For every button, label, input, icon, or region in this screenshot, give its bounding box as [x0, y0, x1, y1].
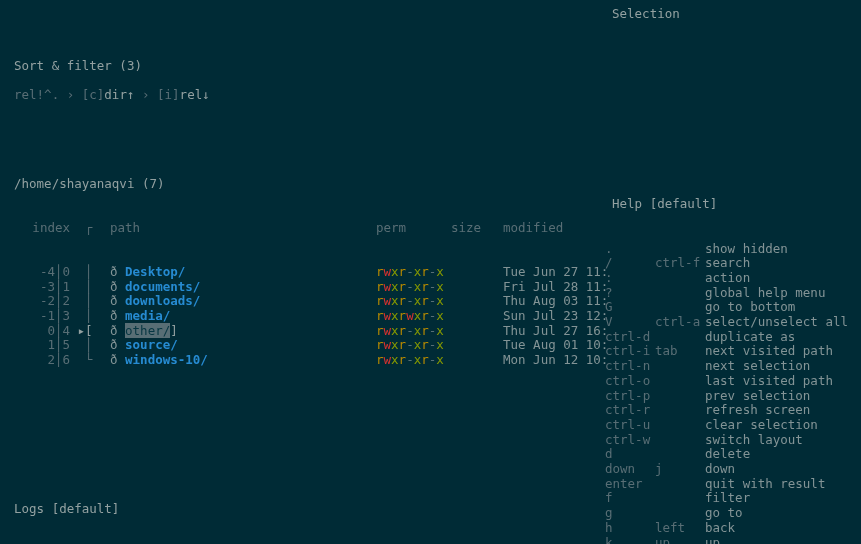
row-perm: rwxrwxr-x — [376, 309, 439, 324]
help-key-primary: ctrl-d — [605, 330, 655, 345]
help-key-primary: k — [605, 536, 655, 544]
help-key-primary: . — [605, 242, 655, 257]
help-row: ctrl-rrefresh screen — [605, 403, 855, 418]
row-path: ð windows-10/ — [110, 353, 376, 368]
help-description: go to — [705, 505, 743, 520]
row-modified: Thu Aug 03 11: — [503, 294, 608, 309]
arrow-up-icon — [127, 87, 135, 102]
help-key-primary: down — [605, 462, 655, 477]
help-key-primary: d — [605, 447, 655, 462]
tree-branch: └ — [70, 353, 110, 368]
help-key-primary: ctrl-r — [605, 403, 655, 418]
help-row: ffilter — [605, 491, 855, 506]
help-key-primary: V — [605, 315, 655, 330]
help-title: Help [default] — [605, 197, 855, 212]
tree-branch: │ — [70, 294, 110, 309]
tree-branch: │ — [70, 309, 110, 324]
selection-heading: Selection — [612, 7, 680, 22]
row-path: ð media/ — [110, 309, 376, 324]
help-description: delete — [705, 446, 750, 461]
help-key-primary: ctrl-u — [605, 418, 655, 433]
folder-icon: ð — [110, 264, 125, 279]
row-path: ð other/] — [110, 324, 376, 339]
row-modified: Thu Jul 27 16: — [503, 324, 608, 339]
help-row: enterquit with result — [605, 477, 855, 492]
help-key-primary: ctrl-n — [605, 359, 655, 374]
help-key-primary: ? — [605, 286, 655, 301]
help-row: ddelete — [605, 447, 855, 462]
help-key-primary: G — [605, 300, 655, 315]
help-panel: Help [default] .show hidden/ctrl-fsearch… — [605, 168, 855, 544]
help-row: ctrl-nnext selection — [605, 359, 855, 374]
help-key-secondary: ctrl-f — [655, 256, 705, 271]
row-modified: Tue Jun 27 11: — [503, 265, 608, 280]
row-index: 0│4 — [14, 324, 70, 339]
tree-branch: │ — [70, 338, 110, 353]
help-key-primary: h — [605, 521, 655, 536]
folder-icon: ð — [110, 337, 125, 352]
help-description: duplicate as — [705, 329, 795, 344]
help-row: downjdown — [605, 462, 855, 477]
help-key-secondary: tab — [655, 344, 705, 359]
row-perm: rwxr-xr-x — [376, 280, 439, 295]
help-description: down — [705, 461, 735, 476]
row-index: -2│2 — [14, 294, 70, 309]
row-perm: rwxr-xr-x — [376, 353, 439, 368]
help-description: up — [705, 535, 720, 544]
help-description: prev selection — [705, 388, 810, 403]
help-description: filter — [705, 490, 750, 505]
help-row: ctrl-pprev selection — [605, 389, 855, 404]
help-row: ctrl-olast visited path — [605, 374, 855, 389]
help-description: go to bottom — [705, 299, 795, 314]
help-key-secondary: left — [655, 521, 705, 536]
help-description: action — [705, 270, 750, 285]
help-key-primary: enter — [605, 477, 655, 492]
row-index: -4│0 — [14, 265, 70, 280]
help-description: back — [705, 520, 735, 535]
row-path: ð Desktop/ — [110, 265, 376, 280]
help-row: .show hidden — [605, 242, 855, 257]
help-description: next selection — [705, 358, 810, 373]
help-row: ctrl-uclear selection — [605, 418, 855, 433]
arrow-down-icon — [202, 87, 210, 102]
help-row: Ggo to bottom — [605, 300, 855, 315]
help-description: refresh screen — [705, 402, 810, 417]
row-perm: rwxr-xr-x — [376, 294, 439, 309]
help-row: ctrl-dduplicate as — [605, 330, 855, 345]
row-modified: Fri Jul 28 11: — [503, 280, 608, 295]
row-modified: Mon Jun 12 10: — [503, 353, 608, 368]
row-modified: Tue Aug 01 10: — [503, 338, 608, 353]
help-row: ?global help menu — [605, 286, 855, 301]
row-perm: rwxr-xr-x — [376, 324, 439, 339]
tree-branch: │ — [70, 280, 110, 295]
folder-icon: ð — [110, 308, 125, 323]
help-key-primary: ctrl-p — [605, 389, 655, 404]
help-description: quit with result — [705, 476, 825, 491]
row-path: ð downloads/ — [110, 294, 376, 309]
row-modified: Sun Jul 23 12: — [503, 309, 608, 324]
row-path: ð documents/ — [110, 280, 376, 295]
help-key-primary: ctrl-o — [605, 374, 655, 389]
row-index: 1│5 — [14, 338, 70, 353]
breadcrumb: rel!^. › [c]dir › [i]rel — [0, 88, 861, 103]
help-description: show hidden — [705, 241, 788, 256]
help-description: switch layout — [705, 432, 803, 447]
tree-branch: │ — [70, 265, 110, 280]
help-description: select/unselect all — [705, 314, 848, 329]
row-path: ð source/ — [110, 338, 376, 353]
folder-icon: ð — [110, 323, 125, 338]
help-key-primary: / — [605, 256, 655, 271]
sort-filter-title: Sort & filter (3) — [0, 59, 861, 74]
folder-icon: ð — [110, 352, 125, 367]
help-key-primary: : — [605, 271, 655, 286]
help-key-secondary: j — [655, 462, 705, 477]
help-description: search — [705, 255, 750, 270]
help-key-primary: g — [605, 506, 655, 521]
row-perm: rwxr-xr-x — [376, 338, 439, 353]
row-perm: rwxr-xr-x — [376, 265, 439, 280]
folder-icon: ð — [110, 293, 125, 308]
tree-branch: ▸[ — [70, 324, 110, 339]
row-index: -1│3 — [14, 309, 70, 324]
help-description: global help menu — [705, 285, 825, 300]
help-description: next visited path — [705, 343, 833, 358]
